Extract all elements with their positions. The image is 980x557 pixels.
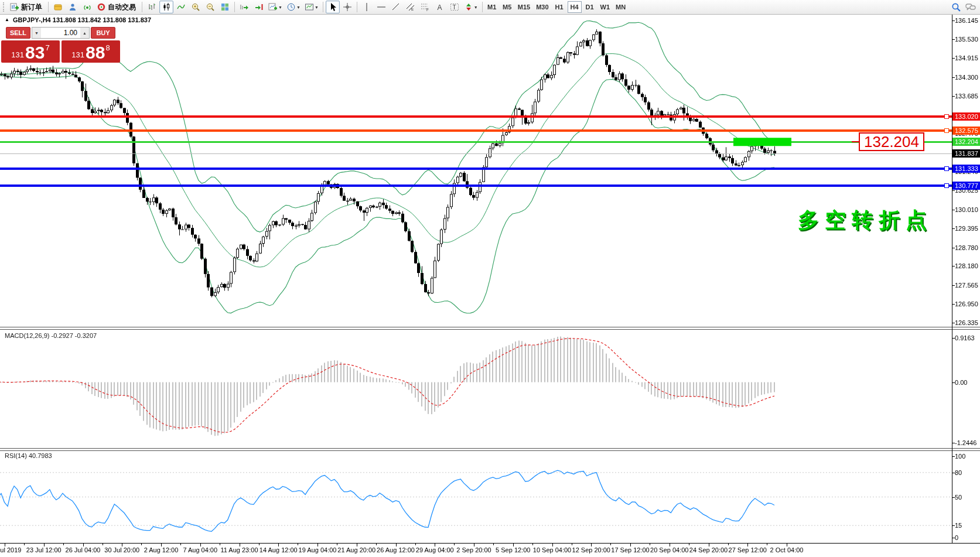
price-tick-label: 129.395 <box>955 225 978 232</box>
horizontal-line-button[interactable] <box>374 1 388 13</box>
time-axis-label: 26 Jul 04:00 <box>66 546 101 553</box>
search-icon <box>951 2 961 12</box>
price-tick-label: 127.565 <box>955 282 978 289</box>
price-level-label[interactable]: 132.575 <box>952 127 980 135</box>
rsi-scale-label: 0 <box>955 534 958 541</box>
price-level-label[interactable]: 132.204 <box>952 138 980 146</box>
chat-button[interactable] <box>964 1 978 13</box>
market-watch-button[interactable] <box>51 1 65 13</box>
signal-button[interactable] <box>80 1 94 13</box>
price-tick-label: 130.010 <box>955 206 978 213</box>
toolbar-separator <box>323 2 323 12</box>
search-button[interactable] <box>949 1 963 13</box>
tile-windows-button[interactable] <box>218 1 232 13</box>
text-button[interactable]: A <box>433 1 447 13</box>
sell-button[interactable]: SELL <box>6 27 30 39</box>
fibonacci-icon: F <box>421 2 430 12</box>
sell-price-box[interactable]: 131837 <box>1 40 60 63</box>
clock-icon <box>286 2 296 12</box>
fibonacci-button[interactable]: F <box>418 1 432 13</box>
price-tick-label: 134.300 <box>955 74 978 81</box>
time-axis-label: 11 Aug 23:00 <box>220 546 258 553</box>
buy-button[interactable]: BUY <box>91 27 115 39</box>
symbol-ohlc-text: GBPJPY-,H4 131.808 131.842 131.808 131.8… <box>13 16 151 23</box>
timeframe-H1[interactable]: H1 <box>552 1 566 13</box>
tile-windows-icon <box>220 2 230 12</box>
volume-input[interactable] <box>41 28 80 38</box>
price-level-label[interactable]: 131.837 <box>952 149 980 158</box>
toolbar-separator <box>234 2 235 12</box>
community-button[interactable] <box>66 1 80 13</box>
equidistant-channel-button[interactable]: E <box>404 1 418 13</box>
bar-chart-mode-button[interactable] <box>145 1 159 13</box>
price-tick-label: 136.145 <box>955 17 978 24</box>
volume-decrease-button[interactable]: ▼ <box>32 28 41 38</box>
rsi-scale-label: 80 <box>955 469 962 476</box>
time-axis-label: 2 Aug 12:00 <box>144 546 179 553</box>
timeframe-M5[interactable]: M5 <box>500 1 514 13</box>
time-axis-label: 20 Sep 04:00 <box>650 546 688 553</box>
template-button[interactable]: ▼ <box>303 1 320 13</box>
auto-scroll-icon <box>240 2 249 12</box>
time-axis-label: 18 Jul 2019 <box>0 546 21 553</box>
volume-increase-button[interactable]: ▲ <box>80 28 89 38</box>
arrows-button[interactable]: ▼ <box>462 1 480 13</box>
price-tick-label: 128.780 <box>955 244 978 251</box>
signal-icon <box>83 2 92 12</box>
chart-shift-button[interactable] <box>252 1 266 13</box>
toolbar-grip <box>3 2 6 12</box>
autotrade-button[interactable]: 自动交易 <box>95 1 139 13</box>
auto-scroll-button[interactable] <box>237 1 251 13</box>
timeframe-M15[interactable]: M15 <box>515 1 532 13</box>
timeframe-W1[interactable]: W1 <box>598 1 613 13</box>
price-tick-label: 134.915 <box>955 54 978 61</box>
macd-scale-label: -1.2446 <box>955 439 976 446</box>
time-axis-label: 24 Sep 20:00 <box>689 546 728 553</box>
timeframe-M30[interactable]: M30 <box>534 1 551 13</box>
new-chart-icon <box>268 2 278 12</box>
line-chart-mode-button[interactable] <box>174 1 188 13</box>
dropdown-caret-icon: ▼ <box>278 5 282 9</box>
zoom-in-button[interactable] <box>189 1 203 13</box>
price-tick-label: 133.685 <box>955 93 978 100</box>
new-chart-button[interactable]: ▼ <box>267 1 284 13</box>
new-order-button[interactable]: 新订单 <box>8 1 46 13</box>
time-axis-label: 29 Aug 04:00 <box>416 546 454 553</box>
cursor-button[interactable] <box>326 1 340 13</box>
candlestick-mode-button[interactable] <box>159 1 173 13</box>
buy-price-box[interactable]: 131888 <box>62 40 120 63</box>
sell-price-big: 83 <box>25 44 45 61</box>
text-label-button[interactable]: T <box>448 1 462 13</box>
line-chart-icon <box>176 2 186 12</box>
crosshair-button[interactable] <box>340 1 354 13</box>
price-level-label[interactable]: 131.333 <box>952 165 980 173</box>
timeframe-H4[interactable]: H4 <box>568 1 582 13</box>
svg-text:T: T <box>452 4 456 11</box>
zoom-out-icon <box>206 2 215 12</box>
price-level-label[interactable]: 133.020 <box>952 112 980 121</box>
rsi-indicator-label: RSI(14) 40.7983 <box>5 452 52 459</box>
toolbar-separator <box>48 2 49 12</box>
timeframe-M1[interactable]: M1 <box>485 1 499 13</box>
timeframe-bar: M1M5M15M30H1H4D1W1MN <box>485 1 628 13</box>
trendline-button[interactable] <box>389 1 403 13</box>
rsi-scale-label: 50 <box>955 494 962 501</box>
timeframe-MN[interactable]: MN <box>613 1 628 13</box>
price-level-label[interactable]: 130.777 <box>952 182 980 190</box>
bar-chart-icon <box>147 2 156 12</box>
price-callout-box[interactable]: 132.204 <box>859 132 924 151</box>
vertical-line-button[interactable] <box>360 1 374 13</box>
time-axis-label: 5 Sep 12:00 <box>496 546 530 553</box>
timeframe-D1[interactable]: D1 <box>583 1 597 13</box>
trendline-icon <box>391 2 401 12</box>
period-button[interactable]: ▼ <box>285 1 302 13</box>
price-tick-label: 135.530 <box>955 36 978 43</box>
toolbar-separator <box>357 2 357 12</box>
zoom-out-button[interactable] <box>203 1 217 13</box>
time-axis-label: 12 Sep 20:00 <box>572 546 610 553</box>
time-axis-label: 7 Aug 04:00 <box>183 546 217 553</box>
collapse-trade-panel-icon[interactable]: ▲ <box>5 18 9 22</box>
zoom-in-icon <box>191 2 200 12</box>
time-axis-label: 10 Sep 04:00 <box>533 546 571 553</box>
new-order-icon <box>10 2 19 12</box>
